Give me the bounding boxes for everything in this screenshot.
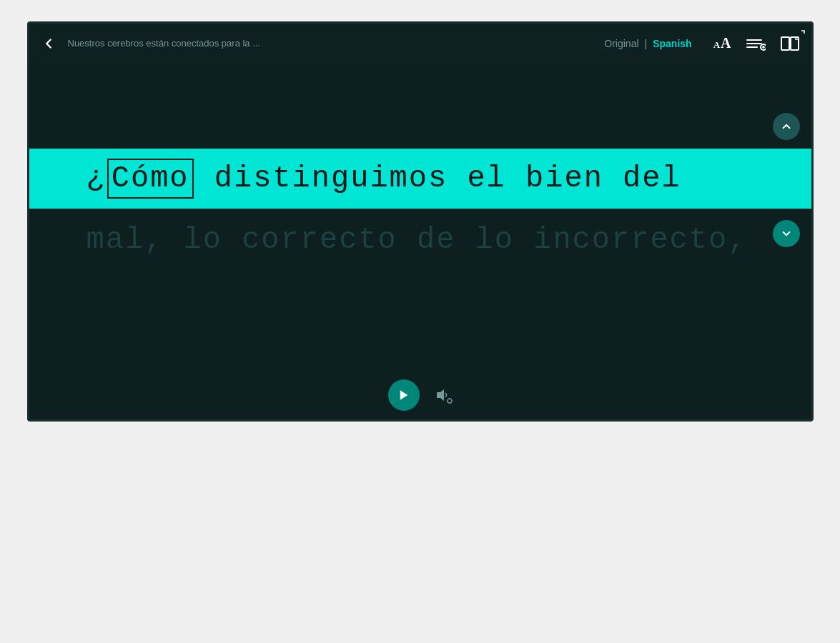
audio-settings-icon <box>434 386 453 404</box>
next-line-text: mal, lo correcto de lo incorrecto, <box>87 223 748 257</box>
lang-original-btn[interactable]: Original <box>604 38 638 49</box>
svg-marker-9 <box>400 390 407 400</box>
chevron-up-icon <box>780 120 793 133</box>
play-icon <box>397 389 410 402</box>
chevron-down-icon <box>780 227 793 240</box>
text-after: distinguimos el bien del <box>195 161 681 196</box>
svg-marker-10 <box>437 389 444 401</box>
audio-settings-button[interactable] <box>434 386 453 404</box>
svg-rect-6 <box>781 37 789 50</box>
lang-spanish-btn[interactable]: Spanish <box>653 38 691 49</box>
reader-window: Nuestros cerebros están conectados para … <box>27 21 814 422</box>
header-bar: Nuestros cerebros están conectados para … <box>29 24 811 63</box>
dark-section-bottom: mal, lo correcto de lo incorrecto, <box>29 209 811 419</box>
highlighted-word[interactable]: Cómo <box>107 159 194 199</box>
dark-section-top <box>29 63 811 149</box>
active-line-text: ¿Cómo distinguimos el bien del <box>87 161 681 196</box>
font-size-icon: A A <box>713 35 731 51</box>
header-icons: A A <box>713 35 800 51</box>
svg-point-11 <box>448 399 452 403</box>
language-toggle: Original | Spanish <box>604 38 691 49</box>
lang-divider: | <box>645 38 648 49</box>
text-before: ¿ <box>87 161 106 196</box>
font-size-button[interactable]: A A <box>713 35 731 51</box>
active-line: ¿Cómo distinguimos el bien del <box>29 149 811 209</box>
subtitles-icon <box>746 36 766 51</box>
subtitle-text: Nuestros cerebros están conectados para … <box>68 38 605 49</box>
collapse-button[interactable] <box>794 29 806 43</box>
scroll-up-button[interactable] <box>773 113 800 140</box>
bottom-controls <box>388 379 453 411</box>
play-button[interactable] <box>388 379 420 411</box>
back-button[interactable] <box>41 36 56 51</box>
collapse-icon <box>794 29 806 41</box>
scroll-down-button[interactable] <box>773 220 800 247</box>
subtitles-button[interactable] <box>746 36 766 51</box>
